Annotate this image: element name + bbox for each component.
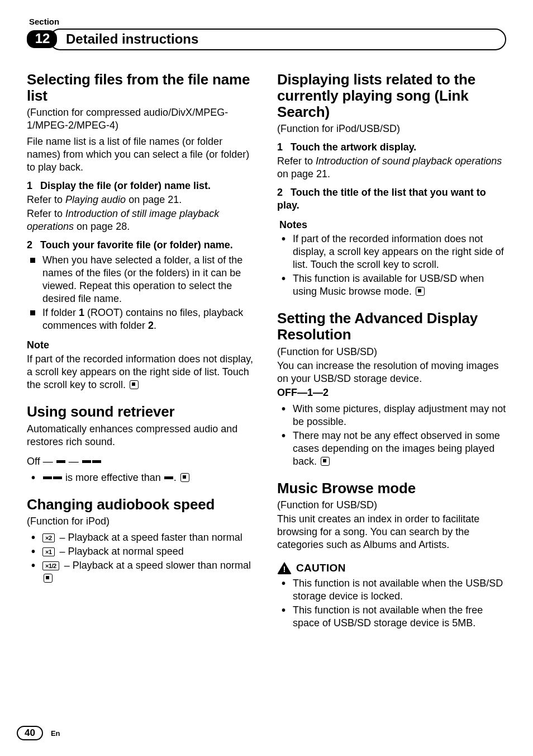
text: is more effective than bbox=[63, 472, 164, 483]
level-2-bar-a-icon bbox=[82, 460, 91, 463]
bar-icon bbox=[164, 476, 173, 479]
section-end-icon bbox=[44, 574, 53, 583]
text: If folder bbox=[42, 307, 79, 318]
selecting-files-intro: File name list is a list of file names (… bbox=[27, 135, 256, 174]
chapter-header: 12 Detailed instructions bbox=[27, 29, 506, 50]
section-end-icon bbox=[180, 473, 189, 482]
folder-2: 2 bbox=[148, 320, 154, 331]
right-column: Displaying lists related to the currentl… bbox=[277, 68, 506, 634]
link-search-note-2: This function is available for USB/SD wh… bbox=[277, 272, 506, 298]
text: . bbox=[174, 472, 177, 483]
link-search-function: (Function for iPod/USB/SD) bbox=[277, 122, 506, 135]
adv-res-bullet-1: With some pictures, display adjustment m… bbox=[277, 403, 506, 428]
ref-suffix: on page 28. bbox=[74, 221, 130, 232]
text: – Playback at a speed faster than normal bbox=[57, 532, 242, 543]
text: – Playback at a speed slower than normal bbox=[61, 560, 251, 571]
language-label: En bbox=[51, 729, 60, 738]
ref-suffix: on page 21. bbox=[277, 168, 330, 179]
step-2-head: 2Touch your favorite file (or folder) na… bbox=[27, 239, 256, 252]
caution-bullet-1: This function is not available when the … bbox=[277, 577, 506, 603]
page-footer: 40 En bbox=[17, 726, 60, 740]
adv-res-function: (Function for USB/SD) bbox=[277, 346, 506, 358]
note-text: If part of the recorded information does… bbox=[27, 353, 253, 390]
step-num: 2 bbox=[277, 186, 291, 199]
sep: — bbox=[66, 456, 82, 467]
notes-heading: Notes bbox=[279, 219, 506, 231]
ref-italic: Introduction of sound playback operation… bbox=[316, 155, 502, 167]
section-end-icon bbox=[321, 457, 330, 466]
audiobook-option-half: ×1/2 – Playback at a speed slower than n… bbox=[27, 559, 256, 585]
chapter-title-pill: Detailed instructions bbox=[49, 29, 506, 50]
bar-icon bbox=[43, 476, 52, 479]
audiobook-function: (Function for iPod) bbox=[27, 515, 256, 528]
heading-selecting-files: Selecting files from the file name list bbox=[27, 72, 256, 104]
text: – Playback at normal speed bbox=[57, 546, 184, 557]
folder-1: 1 bbox=[79, 307, 84, 318]
step-num: 2 bbox=[27, 239, 40, 252]
ref-prefix: Refer to bbox=[277, 155, 316, 167]
sound-retriever-body: Automatically enhances compressed audio … bbox=[27, 423, 256, 448]
step-2-bullet-1: When you have selected a folder, a list … bbox=[27, 254, 256, 305]
sound-retriever-note: is more effective than . bbox=[27, 471, 256, 484]
ref-prefix: Refer to bbox=[27, 208, 65, 219]
step-1-title: Touch the artwork display. bbox=[291, 141, 416, 153]
speed-half-icon: ×1/2 bbox=[42, 561, 59, 570]
adv-res-body: You can increase the resolution of movin… bbox=[277, 360, 506, 385]
audiobook-options: ×2 – Playback at a speed faster than nor… bbox=[27, 531, 256, 585]
ref-prefix: Refer to bbox=[27, 194, 65, 205]
audiobook-option-1x: ×1 – Playback at normal speed bbox=[27, 545, 256, 558]
bar-icon bbox=[53, 476, 62, 479]
sound-retriever-levels: Off — — bbox=[27, 455, 256, 468]
step-1-title: Display the file (or folder) name list. bbox=[40, 180, 211, 191]
link-search-note-1: If part of the recorded information does… bbox=[277, 233, 506, 271]
audiobook-option-2x: ×2 – Playback at a speed faster than nor… bbox=[27, 531, 256, 544]
heading-audiobook-speed: Changing audiobook speed bbox=[27, 497, 256, 513]
step-1-ref-1: Refer to Playing audio on page 21. bbox=[27, 193, 256, 206]
left-column: Selecting files from the file name list … bbox=[27, 68, 256, 634]
level-1-bar-icon bbox=[56, 460, 65, 463]
adv-res-bullet-2: There may not be any effect observed in … bbox=[277, 429, 506, 468]
note-body: If part of the recorded information does… bbox=[27, 353, 256, 391]
step-2-title: Touch your favorite file (or folder) nam… bbox=[40, 239, 233, 251]
heading-music-browse: Music Browse mode bbox=[277, 480, 506, 497]
step-2-bullet-2: If folder 1 (ROOT) contains no files, pl… bbox=[27, 306, 256, 332]
heading-link-search: Displaying lists related to the currentl… bbox=[277, 72, 506, 120]
level-off: Off — bbox=[27, 456, 56, 467]
speed-2x-icon: ×2 bbox=[42, 533, 55, 542]
speed-1x-icon: ×1 bbox=[42, 547, 55, 556]
level-2-bar-b-icon bbox=[92, 460, 101, 463]
section-end-icon bbox=[130, 380, 139, 389]
ls-step-2-head: 2Touch the title of the list that you wa… bbox=[277, 186, 506, 212]
ls-step-1-head: 1Touch the artwork display. bbox=[277, 141, 506, 154]
step-2-title: Touch the title of the list that you wan… bbox=[277, 187, 486, 211]
ls-step-1-ref: Refer to Introduction of sound playback … bbox=[277, 155, 506, 181]
music-browse-function: (Function for USB/SD) bbox=[277, 499, 506, 512]
selecting-files-function: (Function for compressed audio/DivX/MPEG… bbox=[27, 106, 256, 132]
caution-triangle-icon bbox=[277, 562, 292, 574]
heading-advanced-display: Setting the Advanced Display Resolution bbox=[277, 310, 506, 343]
step-num: 1 bbox=[277, 141, 291, 154]
page-number: 40 bbox=[17, 726, 43, 740]
step-1-head: 1Display the file (or folder) name list. bbox=[27, 179, 256, 192]
section-label: Section bbox=[29, 17, 506, 26]
text: This function is available for USB/SD wh… bbox=[293, 273, 484, 297]
sound-retriever-bullet: is more effective than . bbox=[27, 471, 256, 484]
adv-res-bullets: With some pictures, display adjustment m… bbox=[277, 403, 506, 468]
chapter-number-tab: 12 bbox=[27, 30, 57, 48]
step-1-ref-2: Refer to Introduction of still image pla… bbox=[27, 207, 256, 233]
music-browse-body: This unit creates an index in order to f… bbox=[277, 513, 506, 551]
ref-suffix: on page 21. bbox=[126, 194, 182, 205]
ref-italic: Playing audio bbox=[65, 194, 126, 205]
caution-bullet-2: This function is not available when the … bbox=[277, 604, 506, 630]
link-search-notes: If part of the recorded information does… bbox=[277, 233, 506, 298]
caution-header: CAUTION bbox=[277, 561, 506, 575]
heading-sound-retriever: Using sound retriever bbox=[27, 404, 256, 420]
text: . bbox=[154, 320, 156, 331]
section-end-icon bbox=[416, 287, 425, 296]
step-2-bullets: When you have selected a folder, a list … bbox=[27, 254, 256, 332]
caution-bullets: This function is not available when the … bbox=[277, 577, 506, 630]
step-num: 1 bbox=[27, 179, 40, 192]
caution-label: CAUTION bbox=[296, 561, 346, 575]
adv-res-levels: OFF—1—2 bbox=[277, 386, 506, 399]
note-heading: Note bbox=[27, 339, 256, 352]
